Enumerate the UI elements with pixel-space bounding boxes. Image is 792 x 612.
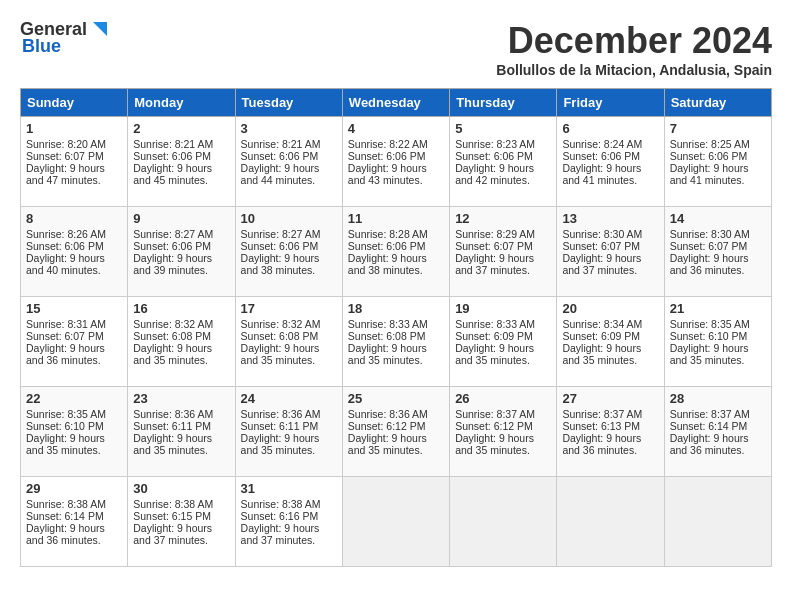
calendar-cell: 12 Sunrise: 8:29 AM Sunset: 6:07 PM Dayl… [450, 207, 557, 297]
daylight-label: Daylight: 9 hours and 41 minutes. [562, 162, 641, 186]
sunrise: Sunrise: 8:36 AM [133, 408, 213, 420]
sunrise: Sunrise: 8:30 AM [670, 228, 750, 240]
sunrise: Sunrise: 8:26 AM [26, 228, 106, 240]
sunrise: Sunrise: 8:30 AM [562, 228, 642, 240]
calendar-cell: 28 Sunrise: 8:37 AM Sunset: 6:14 PM Dayl… [664, 387, 771, 477]
daylight-label: Daylight: 9 hours and 36 minutes. [562, 432, 641, 456]
calendar-cell: 8 Sunrise: 8:26 AM Sunset: 6:06 PM Dayli… [21, 207, 128, 297]
calendar-cell: 24 Sunrise: 8:36 AM Sunset: 6:11 PM Dayl… [235, 387, 342, 477]
daylight-label: Daylight: 9 hours and 38 minutes. [348, 252, 427, 276]
calendar-cell: 13 Sunrise: 8:30 AM Sunset: 6:07 PM Dayl… [557, 207, 664, 297]
sunset: Sunset: 6:11 PM [241, 420, 319, 432]
sunset: Sunset: 6:07 PM [26, 330, 104, 342]
logo-icon [89, 18, 111, 40]
day-number: 22 [26, 391, 122, 406]
day-number: 6 [562, 121, 658, 136]
daylight-label: Daylight: 9 hours and 35 minutes. [133, 342, 212, 366]
weekday-header: Saturday [664, 89, 771, 117]
sunrise: Sunrise: 8:35 AM [26, 408, 106, 420]
daylight-label: Daylight: 9 hours and 36 minutes. [26, 342, 105, 366]
weekday-header: Friday [557, 89, 664, 117]
calendar-cell: 14 Sunrise: 8:30 AM Sunset: 6:07 PM Dayl… [664, 207, 771, 297]
daylight-label: Daylight: 9 hours and 35 minutes. [26, 432, 105, 456]
sunrise: Sunrise: 8:37 AM [670, 408, 750, 420]
weekday-header: Tuesday [235, 89, 342, 117]
sunset: Sunset: 6:13 PM [562, 420, 640, 432]
sunset: Sunset: 6:12 PM [348, 420, 426, 432]
sunset: Sunset: 6:09 PM [455, 330, 533, 342]
calendar-cell: 21 Sunrise: 8:35 AM Sunset: 6:10 PM Dayl… [664, 297, 771, 387]
sunrise: Sunrise: 8:21 AM [133, 138, 213, 150]
daylight-label: Daylight: 9 hours and 35 minutes. [348, 432, 427, 456]
day-number: 18 [348, 301, 444, 316]
sunset: Sunset: 6:07 PM [455, 240, 533, 252]
daylight-label: Daylight: 9 hours and 35 minutes. [241, 432, 320, 456]
sunset: Sunset: 6:14 PM [670, 420, 748, 432]
sunrise: Sunrise: 8:28 AM [348, 228, 428, 240]
daylight-label: Daylight: 9 hours and 47 minutes. [26, 162, 105, 186]
day-number: 24 [241, 391, 337, 406]
sunrise: Sunrise: 8:22 AM [348, 138, 428, 150]
sunrise: Sunrise: 8:38 AM [133, 498, 213, 510]
daylight-label: Daylight: 9 hours and 39 minutes. [133, 252, 212, 276]
calendar-week-row: 22 Sunrise: 8:35 AM Sunset: 6:10 PM Dayl… [21, 387, 772, 477]
sunset: Sunset: 6:06 PM [348, 240, 426, 252]
day-number: 11 [348, 211, 444, 226]
sunrise: Sunrise: 8:38 AM [241, 498, 321, 510]
calendar-cell: 19 Sunrise: 8:33 AM Sunset: 6:09 PM Dayl… [450, 297, 557, 387]
day-number: 23 [133, 391, 229, 406]
header-row: SundayMondayTuesdayWednesdayThursdayFrid… [21, 89, 772, 117]
sunrise: Sunrise: 8:21 AM [241, 138, 321, 150]
sunset: Sunset: 6:08 PM [348, 330, 426, 342]
sunset: Sunset: 6:08 PM [133, 330, 211, 342]
sunset: Sunset: 6:16 PM [241, 510, 319, 522]
sunrise: Sunrise: 8:35 AM [670, 318, 750, 330]
sunrise: Sunrise: 8:29 AM [455, 228, 535, 240]
day-number: 1 [26, 121, 122, 136]
daylight-label: Daylight: 9 hours and 37 minutes. [241, 522, 320, 546]
weekday-header: Thursday [450, 89, 557, 117]
day-number: 16 [133, 301, 229, 316]
sunrise: Sunrise: 8:36 AM [348, 408, 428, 420]
calendar-week-row: 1 Sunrise: 8:20 AM Sunset: 6:07 PM Dayli… [21, 117, 772, 207]
sunset: Sunset: 6:06 PM [26, 240, 104, 252]
calendar-cell: 25 Sunrise: 8:36 AM Sunset: 6:12 PM Dayl… [342, 387, 449, 477]
sunset: Sunset: 6:06 PM [455, 150, 533, 162]
sunset: Sunset: 6:06 PM [241, 150, 319, 162]
sunset: Sunset: 6:06 PM [241, 240, 319, 252]
day-number: 28 [670, 391, 766, 406]
sunrise: Sunrise: 8:31 AM [26, 318, 106, 330]
logo: General Blue [20, 20, 111, 57]
day-number: 29 [26, 481, 122, 496]
title-block: December 2024 Bollullos de la Mitacion, … [496, 20, 772, 78]
day-number: 25 [348, 391, 444, 406]
calendar-cell: 18 Sunrise: 8:33 AM Sunset: 6:08 PM Dayl… [342, 297, 449, 387]
calendar-cell: 31 Sunrise: 8:38 AM Sunset: 6:16 PM Dayl… [235, 477, 342, 567]
calendar-cell [557, 477, 664, 567]
daylight-label: Daylight: 9 hours and 35 minutes. [133, 432, 212, 456]
calendar-cell: 17 Sunrise: 8:32 AM Sunset: 6:08 PM Dayl… [235, 297, 342, 387]
day-number: 20 [562, 301, 658, 316]
calendar-cell [450, 477, 557, 567]
sunset: Sunset: 6:07 PM [562, 240, 640, 252]
sunrise: Sunrise: 8:33 AM [455, 318, 535, 330]
daylight-label: Daylight: 9 hours and 42 minutes. [455, 162, 534, 186]
sunset: Sunset: 6:09 PM [562, 330, 640, 342]
sunrise: Sunrise: 8:20 AM [26, 138, 106, 150]
day-number: 4 [348, 121, 444, 136]
daylight-label: Daylight: 9 hours and 40 minutes. [26, 252, 105, 276]
calendar-cell: 4 Sunrise: 8:22 AM Sunset: 6:06 PM Dayli… [342, 117, 449, 207]
sunset: Sunset: 6:15 PM [133, 510, 211, 522]
day-number: 26 [455, 391, 551, 406]
sunrise: Sunrise: 8:32 AM [133, 318, 213, 330]
sunset: Sunset: 6:07 PM [26, 150, 104, 162]
page-header: General Blue December 2024 Bollullos de … [20, 20, 772, 78]
sunset: Sunset: 6:06 PM [348, 150, 426, 162]
sunrise: Sunrise: 8:27 AM [133, 228, 213, 240]
daylight-label: Daylight: 9 hours and 37 minutes. [562, 252, 641, 276]
day-number: 3 [241, 121, 337, 136]
sunrise: Sunrise: 8:24 AM [562, 138, 642, 150]
sunrise: Sunrise: 8:38 AM [26, 498, 106, 510]
calendar-cell: 3 Sunrise: 8:21 AM Sunset: 6:06 PM Dayli… [235, 117, 342, 207]
daylight-label: Daylight: 9 hours and 35 minutes. [455, 342, 534, 366]
